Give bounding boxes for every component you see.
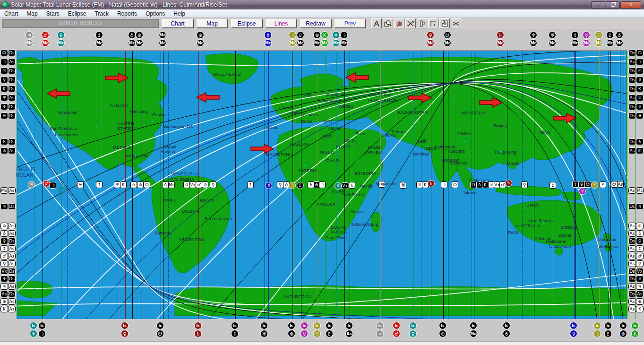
menu-item-chart[interactable]: Chart bbox=[0, 9, 22, 17]
planet-glyph: Mc bbox=[571, 39, 579, 47]
ic-line-marker: Ic☿ bbox=[301, 322, 309, 338]
planet-glyph: ♂ bbox=[42, 31, 49, 39]
window-title: Solar Maps: Total Lunar Eclipse (FM) - N… bbox=[11, 1, 227, 8]
scissors-icon[interactable] bbox=[405, 18, 416, 28]
planet-glyph: ☉ bbox=[595, 31, 602, 39]
angle-label: Ds bbox=[8, 104, 16, 110]
map-button[interactable]: Map bbox=[197, 19, 228, 28]
map-label: PERU bbox=[163, 198, 176, 203]
minimize-button[interactable]: — bbox=[591, 1, 605, 9]
planet-glyph: Ic bbox=[503, 322, 510, 329]
menu-item-eclipse[interactable]: Eclipse bbox=[64, 9, 91, 17]
city-plus-marker: + bbox=[592, 242, 594, 245]
lines-button[interactable]: Lines bbox=[266, 19, 297, 28]
angle-label: Ds bbox=[8, 138, 16, 145]
planet-glyph: ⊗ bbox=[619, 330, 627, 337]
redraw-button[interactable]: Redraw bbox=[300, 19, 331, 28]
zenith-planet-marker: ♇ bbox=[297, 182, 304, 189]
menu-item-help[interactable]: Help bbox=[169, 9, 189, 17]
zenith-planet-marker: ☽ bbox=[289, 182, 296, 189]
mc-line-marker: ♄Mc bbox=[497, 31, 505, 47]
planet-glyph: ♀ bbox=[57, 31, 65, 39]
map-label: Manila bbox=[507, 161, 520, 166]
planet-glyph: Mc bbox=[583, 39, 590, 47]
close-button[interactable]: X bbox=[620, 1, 641, 9]
zenith-planet-marker: ↥ bbox=[247, 181, 254, 188]
map-label: CHAD bbox=[326, 158, 339, 163]
menu-item-reports[interactable]: Reports bbox=[113, 9, 141, 17]
chart-button[interactable]: Chart bbox=[162, 19, 193, 28]
planet-glyph: ↥ bbox=[95, 31, 103, 39]
angle-label: Ds bbox=[8, 86, 16, 92]
planet-glyph: ♓ bbox=[636, 112, 644, 119]
city-plus-marker: + bbox=[354, 184, 357, 188]
planet-glyph: Mc bbox=[264, 39, 272, 47]
planet-glyph: Mc bbox=[136, 39, 143, 47]
map-label: Beirut bbox=[355, 131, 367, 136]
angle-label: Ds bbox=[8, 68, 16, 74]
planet-glyph: Ic bbox=[409, 322, 417, 329]
planet-glyph: Ic bbox=[376, 322, 384, 329]
planet-glyph: Mc bbox=[427, 39, 434, 47]
map-label: ALGERIA bbox=[290, 142, 309, 147]
planet-glyph: ⊕ bbox=[636, 223, 644, 229]
menu-item-track[interactable]: Track bbox=[90, 9, 113, 17]
crosshair-arrow-icon[interactable] bbox=[428, 18, 438, 28]
asc-line-marker: KAs bbox=[0, 306, 16, 312]
ic-line-marker: Ic☽ bbox=[593, 322, 602, 338]
zenith-planet-marker: ↥ bbox=[550, 182, 556, 189]
menu-item-options[interactable]: Options bbox=[141, 9, 169, 17]
map-label: CHINA bbox=[457, 131, 472, 136]
planet-glyph: Vx bbox=[636, 268, 644, 275]
pan-hand-icon[interactable] bbox=[394, 18, 404, 28]
menu-item-map[interactable]: Map bbox=[22, 9, 42, 17]
cross-tool-icon[interactable] bbox=[451, 18, 461, 28]
planet-glyph: ♇ bbox=[326, 330, 333, 337]
planet-glyph: ⊕ bbox=[0, 147, 8, 154]
map-label: Washington DC bbox=[163, 124, 193, 129]
city-plus-marker: + bbox=[203, 199, 206, 203]
graticule-dashed-line bbox=[358, 51, 359, 319]
planet-glyph: ↕ bbox=[231, 330, 239, 337]
planet-glyph: Ic bbox=[30, 322, 37, 329]
asc-line-marker: As⊗ bbox=[628, 298, 644, 305]
map-label: SAUDI bbox=[368, 145, 382, 150]
zenith-planet-marker: ♅ bbox=[114, 181, 120, 188]
dsc-line-marker: Ds☊ bbox=[628, 50, 644, 56]
clamp-icon[interactable] bbox=[417, 18, 427, 28]
restore-button[interactable] bbox=[606, 1, 620, 9]
prev-button[interactable]: Prev bbox=[335, 19, 366, 28]
planet-glyph: ☽ bbox=[340, 31, 348, 39]
map-label: Cairo bbox=[344, 138, 354, 143]
planet-glyph: ♇ bbox=[297, 31, 304, 39]
asc-line-marker: ♅As bbox=[0, 95, 16, 101]
mc-line-marker: ↕Mc bbox=[571, 31, 580, 47]
restore-icon bbox=[611, 3, 615, 7]
ic-line-marker: Ic☋ bbox=[156, 322, 165, 338]
map-label: Paris bbox=[291, 111, 301, 115]
planet-glyph: ☊ bbox=[0, 50, 8, 56]
zoom-icon[interactable] bbox=[383, 18, 393, 28]
zenith-planet-marker: ♂ bbox=[196, 181, 202, 188]
planet-glyph: K bbox=[631, 330, 639, 337]
info-doc-icon[interactable]: i bbox=[439, 18, 450, 28]
planet-glyph: ♃ bbox=[636, 203, 644, 210]
status-bar bbox=[0, 341, 644, 345]
planet-meridian-line bbox=[609, 51, 609, 319]
eclipse-button[interactable]: Eclipse bbox=[231, 19, 262, 28]
map-label: Rio de Janeiro bbox=[205, 216, 232, 221]
map-label: Copenhagen bbox=[317, 98, 342, 103]
mc-line-marker: MoMc bbox=[159, 31, 167, 47]
planet-glyph: ♀ bbox=[636, 260, 644, 267]
planet-glyph: ♀ bbox=[427, 31, 434, 39]
map-label: AFRICA bbox=[330, 230, 347, 234]
divider-icon[interactable] bbox=[371, 18, 382, 28]
menu-item-stars[interactable]: Stars bbox=[42, 9, 64, 17]
map-label: STATES bbox=[117, 126, 134, 131]
map-label: MEXICO bbox=[113, 145, 131, 150]
planet-glyph: ☊ bbox=[636, 50, 644, 56]
eclipse-path-arrow bbox=[408, 93, 432, 105]
map-label: KAZAKHSTAN bbox=[398, 110, 428, 115]
dsc-line-marker: ☊Ds bbox=[0, 50, 16, 56]
angle-label: Ds bbox=[8, 268, 16, 275]
